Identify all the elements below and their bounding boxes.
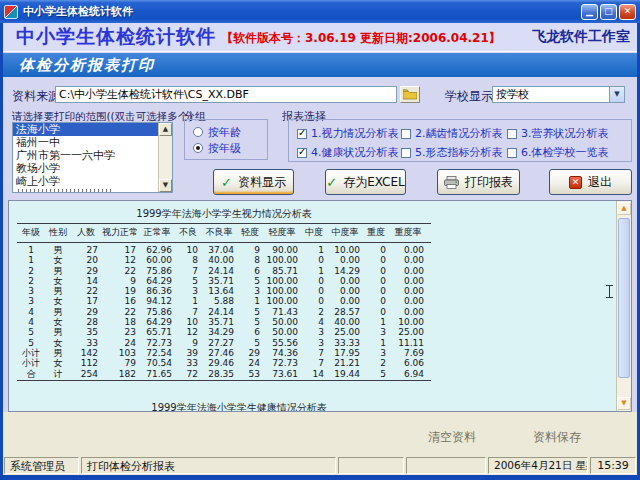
table-cell: 28 <box>71 317 101 327</box>
table-cell: 女 <box>45 296 71 306</box>
scroll-up-icon[interactable]: ▲ <box>617 202 631 215</box>
school-list-item[interactable]: 崎上小学 <box>13 175 158 188</box>
table-cell: 18 <box>101 317 139 327</box>
table-cell: 2 <box>363 358 389 368</box>
scroll-down-icon[interactable]: ▼ <box>159 179 172 192</box>
school-list-item[interactable]: 广州市第一一六中学 <box>13 149 158 162</box>
status-user: 系统管理员 <box>4 457 79 474</box>
table-cell: 62.96 <box>139 245 175 255</box>
checkbox-icon[interactable] <box>401 129 411 139</box>
table-cell: 33 <box>175 358 201 368</box>
report-scrollbar[interactable]: ▲ ▼ <box>616 201 631 411</box>
checkbox-icon[interactable] <box>507 129 517 139</box>
table-cell: 72 <box>175 369 201 379</box>
report-preview-panel[interactable]: 1999学年法海小学学生视力情况分析表 年级性别人数视力正常正常率不良不良率轻度… <box>8 200 632 412</box>
table-cell: 6.06 <box>389 358 427 368</box>
table-cell: 0 <box>363 266 389 276</box>
report-checkbox-label: 2.龋齿情况分析表 <box>415 126 503 141</box>
checkbox-icon[interactable] <box>401 148 411 158</box>
table-cell: 33.33 <box>327 338 363 348</box>
table-cell: 0 <box>301 286 327 296</box>
table-cell: 17 <box>71 296 101 306</box>
report-checkbox-1[interactable]: 1.视力情况分析表 <box>297 126 401 141</box>
table-cell: 7.69 <box>389 348 427 358</box>
radio-icon[interactable] <box>193 143 203 153</box>
checkbox-icon[interactable] <box>507 148 517 158</box>
table-cell: 1 <box>301 266 327 276</box>
table-cell: 20 <box>71 255 101 265</box>
report-checkbox-4[interactable]: 4.健康状况分析表 <box>297 145 401 160</box>
status-bar: 系统管理员 打印体检分析报表 2006年4月21日 星期五 15:39 <box>3 456 637 475</box>
table-cell: 3 <box>237 286 263 296</box>
table-rule <box>17 242 431 243</box>
school-list-scrollbar[interactable]: ▲ ▼ <box>158 123 172 192</box>
table-cell: 16 <box>101 296 139 306</box>
report-checkbox-label: 1.视力情况分析表 <box>311 126 399 141</box>
checkbox-icon[interactable] <box>297 148 307 158</box>
table-cell: 79 <box>101 358 139 368</box>
group-radio-0[interactable]: 按年龄 <box>193 124 267 140</box>
clear-data-button[interactable]: 清空资料 <box>428 429 476 446</box>
display-data-button[interactable]: ✓ 资料显示 <box>213 169 294 195</box>
table-cell: 6 <box>237 266 263 276</box>
table-cell: 9 <box>237 245 263 255</box>
titlebar[interactable]: 中小学生体检统计软件 ▁ □ ✕ <box>0 0 640 23</box>
school-display-select[interactable]: 按学校 ▼ <box>492 86 625 103</box>
school-list[interactable]: 法海小学福州一中广州市第一一六中学教场小学崎上小学 ▲ ▼ <box>12 122 173 193</box>
report-checkbox-2[interactable]: 2.龋齿情况分析表 <box>401 126 507 141</box>
scrollbar-thumb[interactable] <box>618 218 630 378</box>
table-cell: 5 <box>237 338 263 348</box>
table-cell: 男 <box>45 307 71 317</box>
report-checkbox-5[interactable]: 5.形态指标分析表 <box>401 145 507 160</box>
minimize-button[interactable]: ▁ <box>581 4 598 20</box>
table-cell: 3 <box>301 327 327 337</box>
scroll-down-icon[interactable]: ▼ <box>617 397 631 410</box>
table-cell: 182 <box>101 369 139 379</box>
report-checkbox-6[interactable]: 6.体检学校一览表 <box>507 145 631 160</box>
exit-button[interactable]: ✕ 退出 <box>549 169 632 195</box>
school-list-item[interactable]: 法海小学 <box>13 123 158 136</box>
window-controls: ▁ □ ✕ <box>581 4 636 20</box>
table-row: 5女332472.73927.27555.56333.33111.11 <box>17 338 431 348</box>
save-excel-button[interactable]: ✓ 存为EXCEL <box>325 169 406 195</box>
school-list-item-partial[interactable] <box>18 189 154 193</box>
radio-icon[interactable] <box>193 127 203 137</box>
exit-icon: ✕ <box>569 176 582 189</box>
close-button[interactable]: ✕ <box>619 4 636 20</box>
table-cell: 29 <box>71 307 101 317</box>
table-cell: 0.00 <box>389 286 427 296</box>
table-cell: 85.71 <box>263 266 301 276</box>
table-cell: 0.00 <box>389 245 427 255</box>
group-radio-1[interactable]: 按年级 <box>193 140 267 156</box>
dropdown-arrow-icon[interactable]: ▼ <box>609 87 624 102</box>
maximize-button[interactable]: □ <box>600 4 617 20</box>
table-cell: 0.00 <box>389 276 427 286</box>
table-cell: 25.00 <box>327 327 363 337</box>
table-cell: 4 <box>301 317 327 327</box>
school-list-item[interactable]: 教场小学 <box>13 162 158 175</box>
table-cell: 女 <box>45 255 71 265</box>
table-cell: 29 <box>71 266 101 276</box>
table-cell: 24 <box>237 358 263 368</box>
table-cell: 0.00 <box>327 276 363 286</box>
table-cell: 64.29 <box>139 276 175 286</box>
report-checkbox-3[interactable]: 3.营养状况分析表 <box>507 126 631 141</box>
checkbox-icon[interactable] <box>297 129 307 139</box>
table-header-cell: 人数 <box>71 226 101 239</box>
table-cell: 72.54 <box>139 348 175 358</box>
save-data-button[interactable]: 资料保存 <box>533 429 581 446</box>
text-cursor-icon <box>606 285 613 298</box>
scroll-up-icon[interactable]: ▲ <box>159 123 172 136</box>
school-list-item[interactable]: 福州一中 <box>13 136 158 149</box>
table-row: 3女171694.1215.881100.0000.0000.00 <box>17 296 431 306</box>
table-cell: 小计 <box>17 358 45 368</box>
browse-button[interactable] <box>400 86 420 103</box>
table-header-cell: 不良 <box>175 226 201 239</box>
table-cell: 23 <box>101 327 139 337</box>
school-display-value: 按学校 <box>496 88 529 101</box>
table-cell: 74.36 <box>263 348 301 358</box>
print-report-button[interactable]: 打印报表 <box>437 169 520 195</box>
source-path-input[interactable] <box>55 86 397 103</box>
report-table2-title: 1999学年法海小学学生健康情况分析表 <box>9 401 469 412</box>
report-checkboxes: 1.视力情况分析表2.龋齿情况分析表3.营养状况分析表4.健康状况分析表5.形态… <box>288 119 632 162</box>
